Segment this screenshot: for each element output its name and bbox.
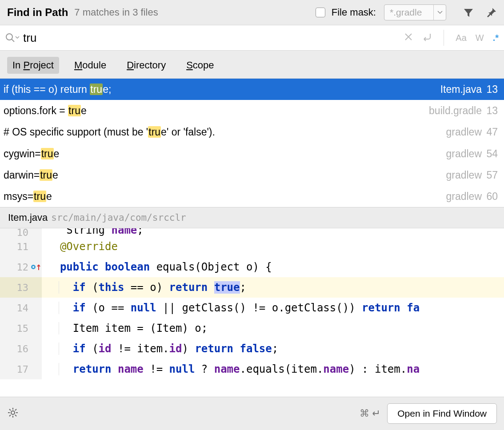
svg-line-11 bbox=[15, 409, 16, 410]
result-text: cygwin=true bbox=[4, 147, 59, 161]
code-preview[interactable]: 10 String name;11 @Override12 public boo… bbox=[0, 228, 504, 397]
pin-icon[interactable] bbox=[486, 7, 497, 18]
keyboard-shortcut-hint: ⌘ bbox=[360, 408, 380, 419]
result-line: 60 bbox=[485, 189, 498, 203]
result-row[interactable]: options.fork = truebuild.gradle13 bbox=[0, 100, 504, 121]
svg-line-9 bbox=[9, 409, 11, 410]
result-line: 47 bbox=[485, 125, 498, 139]
chevron-down-icon[interactable] bbox=[433, 5, 446, 20]
svg-line-10 bbox=[15, 415, 16, 416]
preview-filename: Item.java bbox=[8, 212, 48, 223]
code-content: @Override bbox=[42, 240, 504, 253]
open-in-find-window-button[interactable]: Open in Find Window bbox=[387, 403, 497, 424]
code-line: 13 if (this == o) return true; bbox=[0, 277, 504, 298]
result-file: gradlew bbox=[446, 125, 482, 139]
filter-icon[interactable] bbox=[463, 7, 475, 18]
code-content: if (this == o) return true; bbox=[42, 281, 504, 294]
svg-point-0 bbox=[6, 34, 12, 40]
result-row[interactable]: msys=truegradlew60 bbox=[0, 186, 504, 207]
search-bar: Aa W .* bbox=[0, 25, 504, 51]
search-input[interactable] bbox=[21, 28, 404, 48]
code-line: 11 @Override bbox=[0, 236, 504, 257]
code-content: Item item = (Item) o; bbox=[42, 322, 504, 334]
svg-line-12 bbox=[9, 415, 11, 416]
dialog-title: Find in Path bbox=[7, 6, 68, 19]
code-content: public boolean equals(Object o) { bbox=[42, 261, 504, 273]
gutter-line-number: 10 bbox=[0, 228, 42, 236]
result-file: build.gradle bbox=[429, 104, 482, 118]
whole-words-toggle[interactable]: W bbox=[476, 33, 484, 43]
scope-tab-directory[interactable]: Directory bbox=[121, 57, 171, 74]
gutter-line-number: 14 bbox=[0, 298, 42, 318]
file-mask-checkbox[interactable] bbox=[316, 8, 325, 17]
result-file: gradlew bbox=[446, 168, 482, 182]
code-line: 15 Item item = (Item) o; bbox=[0, 318, 504, 338]
file-mask-label[interactable]: File mask: bbox=[332, 7, 376, 18]
code-content: String name; bbox=[42, 228, 504, 236]
clear-icon[interactable] bbox=[404, 33, 412, 43]
gutter-line-number: 13 bbox=[0, 277, 42, 298]
svg-point-3 bbox=[32, 266, 34, 268]
gutter-line-number: 16 bbox=[0, 338, 42, 359]
svg-point-4 bbox=[11, 411, 15, 414]
preview-path: src/main/java/com/srcclr bbox=[51, 212, 186, 223]
result-row[interactable]: if (this == o) return true;Item.java13 bbox=[0, 79, 504, 100]
result-file: Item.java bbox=[440, 82, 482, 96]
result-line: 57 bbox=[485, 168, 498, 182]
result-line: 54 bbox=[485, 147, 498, 161]
scope-tabs: In ProjectModuleDirectoryScope bbox=[0, 51, 504, 78]
code-line: 14 if (o == null || getClass() != o.getC… bbox=[0, 298, 504, 318]
gutter-line-number: 11 bbox=[0, 236, 42, 257]
code-line: 12 public boolean equals(Object o) { bbox=[0, 257, 504, 277]
result-text: msys=true bbox=[4, 189, 52, 203]
result-text: # OS specific support (must be 'true' or… bbox=[4, 125, 215, 139]
newline-icon[interactable] bbox=[421, 32, 432, 44]
search-icon[interactable] bbox=[4, 32, 20, 44]
result-line: 13 bbox=[485, 104, 498, 118]
scope-tab-in-project[interactable]: In Project bbox=[7, 57, 59, 74]
code-line: 10 String name; bbox=[0, 228, 504, 236]
result-text: darwin=true bbox=[4, 168, 58, 182]
preview-header: Item.java src/main/java/com/srcclr bbox=[0, 207, 504, 228]
regex-toggle[interactable]: .* bbox=[493, 33, 499, 43]
result-text: options.fork = true bbox=[4, 104, 87, 118]
result-file: gradlew bbox=[446, 147, 482, 161]
result-text: if (this == o) return true; bbox=[4, 82, 111, 96]
gutter-line-number: 12 bbox=[0, 257, 42, 277]
match-count: 7 matches in 3 files bbox=[74, 7, 158, 18]
result-row[interactable]: darwin=truegradlew57 bbox=[0, 164, 504, 186]
dialog-footer: ⌘ Open in Find Window bbox=[0, 397, 504, 430]
results-list: if (this == o) return true;Item.java13op… bbox=[0, 78, 504, 207]
result-row[interactable]: # OS specific support (must be 'true' or… bbox=[0, 121, 504, 143]
file-mask-combo[interactable]: *.gradle bbox=[384, 4, 446, 20]
dialog-header: Find in Path 7 matches in 3 files File m… bbox=[0, 0, 504, 25]
gutter-line-number: 15 bbox=[0, 318, 42, 338]
gutter-line-number: 17 bbox=[0, 359, 42, 379]
code-content: return name != null ? name.equals(item.n… bbox=[42, 363, 504, 375]
scope-tab-module[interactable]: Module bbox=[69, 57, 112, 74]
result-row[interactable]: cygwin=truegradlew54 bbox=[0, 143, 504, 164]
code-line: 16 if (id != item.id) return false; bbox=[0, 338, 504, 359]
code-content: if (o == null || getClass() != o.getClas… bbox=[42, 302, 504, 314]
code-content: if (id != item.id) return false; bbox=[42, 342, 504, 355]
match-case-toggle[interactable]: Aa bbox=[456, 33, 466, 43]
svg-line-1 bbox=[12, 39, 14, 42]
override-marker-icon[interactable] bbox=[30, 263, 41, 271]
scope-tab-scope[interactable]: Scope bbox=[181, 57, 219, 74]
code-line: 17 return name != null ? name.equals(ite… bbox=[0, 359, 504, 379]
settings-icon[interactable] bbox=[7, 407, 19, 421]
result-file: gradlew bbox=[446, 189, 482, 203]
result-line: 13 bbox=[485, 82, 498, 96]
file-mask-value: *.gradle bbox=[384, 7, 433, 18]
